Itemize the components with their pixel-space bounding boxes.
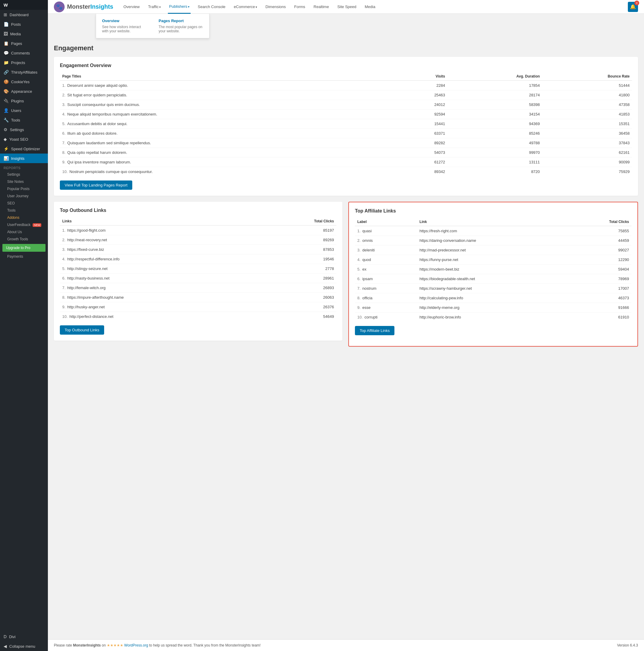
col-label: Label	[355, 218, 417, 226]
sidebar-item-cookieyes[interactable]: 🍪 CookieYes	[0, 77, 48, 87]
notification-badge: 0	[635, 1, 639, 5]
sidebar-item-media[interactable]: 🖼 Media	[0, 29, 48, 39]
dropdown-overview-title[interactable]: Overview	[102, 19, 147, 23]
footer: Please rate MonsterInsights on ★★★★★ Wor…	[48, 639, 644, 651]
sidebar-item-speedoptimizer[interactable]: ⚡ Speed Optimizer	[0, 144, 48, 154]
table-row: 2.Sit fugiat error quidem perspiciatis. …	[60, 90, 632, 100]
pages-icon: 📋	[4, 41, 9, 46]
sidebar-sub-settings[interactable]: Settings	[0, 171, 48, 178]
nav-media[interactable]: Media	[363, 0, 377, 13]
nav-forms[interactable]: Forms	[293, 0, 307, 13]
version-text: Version 6.4.3	[617, 643, 638, 647]
sidebar-sub-seo[interactable]: SEO	[0, 199, 48, 207]
nav-realtime[interactable]: Realtime	[313, 0, 330, 13]
sidebar-item-tools[interactable]: 🔧 Tools	[0, 115, 48, 125]
outbound-links-title: Top Outbound Links	[60, 208, 336, 213]
table-row: 4.quod https://funny-purse.net 12290	[355, 255, 632, 265]
cookieyes-icon: 🍪	[4, 79, 9, 84]
nav-publishers[interactable]: Publishers▾	[168, 0, 191, 14]
table-row: 5.http://stingy-seizure.net 2778	[60, 264, 336, 274]
footer-text: Please rate MonsterInsights on ★★★★★ Wor…	[54, 643, 261, 647]
sidebar-sub-growth-tools[interactable]: Growth Tools	[0, 236, 48, 243]
nav-search-console[interactable]: Search Console	[197, 0, 227, 13]
new-badge: NEW	[33, 223, 41, 227]
sidebar-sub-user-journey[interactable]: User Journey	[0, 192, 48, 199]
sidebar-sub-popular-posts[interactable]: Popular Posts	[0, 185, 48, 192]
table-row: 6.ipsam https://biodegradable-stealth.ne…	[355, 274, 632, 284]
dropdown-menu: Overview See how visitors interact with …	[96, 14, 210, 38]
tools-icon: 🔧	[4, 118, 9, 122]
sidebar-item-users[interactable]: 👤 Users	[0, 106, 48, 115]
media-icon: 🖼	[4, 31, 8, 36]
nav-ecommerce[interactable]: eCommerce▾	[232, 0, 258, 13]
notification-button[interactable]: 🔔 0	[628, 2, 638, 12]
col-page-titles: Page Titles	[60, 72, 395, 81]
col-link: Link	[417, 218, 570, 226]
sidebar-item-appearance[interactable]: 🎨 Appearance	[0, 87, 48, 96]
sidebar-item-settings[interactable]: ⚙ Settings	[0, 125, 48, 134]
table-row: 10.Nostrum perspiciatis cumque quo conse…	[60, 167, 632, 177]
affiliate-links-title: Top Affiliate Links	[355, 208, 632, 214]
sidebar-item-comments[interactable]: 💬 Comments	[0, 48, 48, 58]
publishers-dropdown: Overview See how visitors interact with …	[48, 14, 644, 38]
sidebar-item-divi[interactable]: D Divi	[0, 632, 48, 642]
col-avg-duration: Avg. Duration	[447, 72, 542, 81]
sidebar-item-pages[interactable]: 📋 Pages	[0, 39, 48, 48]
sidebar-sub-userfeedback[interactable]: UserFeedback NEW	[0, 221, 48, 228]
page-content: Engagement Engagement Overview Page Titl…	[48, 38, 644, 639]
sidebar-item-thirstyaffiliates[interactable]: 🔗 ThirstyAffiliates	[0, 67, 48, 77]
table-row: 9.http://husky-anger.net 26376	[60, 302, 336, 312]
dropdown-pagesreport-title[interactable]: Pages Report	[159, 19, 203, 23]
col-links: Links	[60, 217, 261, 225]
nav-dimensions[interactable]: Dimensions	[264, 0, 287, 13]
logo: 🐾 MonsterInsights	[54, 1, 113, 12]
engagement-overview-title: Engagement Overview	[60, 63, 632, 68]
nav-site-speed[interactable]: Site Speed	[336, 0, 358, 13]
sidebar-sub-about-us[interactable]: About Us	[0, 228, 48, 236]
sidebar-item-projects[interactable]: 📁 Projects	[0, 58, 48, 67]
comments-icon: 💬	[4, 51, 9, 55]
table-row: 3.Suscipit consequuntur quis enim ducimu…	[60, 100, 632, 110]
reports-section-label: Reports	[0, 163, 48, 171]
table-row: 7.http://female-witch.org 26893	[60, 283, 336, 293]
table-row: 4.Neque aliquid temporibus numquam exerc…	[60, 110, 632, 119]
logo-icon: 🐾	[54, 1, 65, 12]
sidebar-item-posts[interactable]: 📄 Posts	[0, 20, 48, 29]
sidebar-item-yoastseo[interactable]: ◆ Yoast SEO	[0, 134, 48, 144]
sidebar-item-plugins[interactable]: 🔌 Plugins	[0, 96, 48, 106]
speed-icon: ⚡	[4, 146, 9, 151]
table-row: 2.http://neat-recovery.net 89269	[60, 235, 336, 245]
table-row: 4.http://respectful-difference.info 1954…	[60, 254, 336, 264]
page-title: Engagement	[54, 44, 638, 52]
two-col-section: Top Outbound Links Links Total Clicks 1.…	[54, 202, 638, 347]
sidebar-item-dashboard[interactable]: ⊞ Dashboard	[0, 10, 48, 20]
sidebar-item-insights[interactable]: 📊 Insights	[0, 154, 48, 163]
top-affiliate-links-button[interactable]: Top Affiliate Links	[355, 326, 394, 335]
table-row: 5.ex https://modern-beet.biz 59404	[355, 265, 632, 274]
wordpress-org-link[interactable]: WordPress.org	[124, 643, 148, 647]
insights-icon: 📊	[4, 156, 9, 161]
sidebar-sub-site-notes[interactable]: Site Notes	[0, 178, 48, 185]
logo-text: MonsterInsights	[67, 3, 113, 10]
table-row: 3.deleniti http://mad-predecessor.net 99…	[355, 245, 632, 255]
top-outbound-links-button[interactable]: Top Outbound Links	[60, 326, 104, 335]
sidebar-sub-addons[interactable]: Addons	[0, 214, 48, 221]
stars: ★★★★★	[107, 643, 123, 647]
table-row: 1.https://good-flight.com 85197	[60, 225, 336, 235]
engagement-table: Page Titles Visits Avg. Duration Bounce …	[60, 72, 632, 176]
table-row: 8.https://impure-afterthought.name 26063	[60, 293, 336, 302]
sidebar-item-collapse[interactable]: ◀ Collapse menu	[0, 642, 48, 651]
sidebar-sub-payments[interactable]: Payments	[0, 253, 48, 260]
table-row: 10.http://perfect-distance.net 54649	[60, 312, 336, 321]
projects-icon: 📁	[4, 60, 9, 65]
table-row: 10.corrupti http://euphoric-brow.info 61…	[355, 312, 632, 322]
table-row: 5.Accusantium debitis at dolor sequi. 15…	[60, 119, 632, 129]
table-row: 6.Illum ab quod dolores dolore. 63371 85…	[60, 129, 632, 138]
sidebar-sub-upgrade-to-pro[interactable]: Upgrade to Pro	[2, 244, 45, 252]
nav-overview[interactable]: Overview	[122, 0, 141, 13]
col-bounce-rate: Bounce Rate	[542, 72, 632, 81]
main-content: 🐾 MonsterInsights Overview Traffic▾ Publ…	[48, 0, 644, 651]
nav-traffic[interactable]: Traffic▾	[147, 0, 162, 13]
sidebar-sub-tools[interactable]: Tools	[0, 207, 48, 214]
view-full-top-landing-pages-button[interactable]: View Full Top Landing Pages Report	[60, 181, 132, 190]
